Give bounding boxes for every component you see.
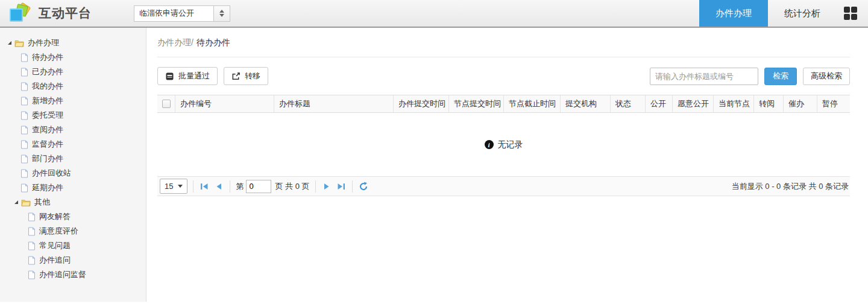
sidebar-item-label: 部门办件 (32, 153, 63, 164)
divider (157, 57, 850, 57)
sidebar-item-label: 满意度评价 (39, 226, 78, 237)
next-page-button[interactable] (321, 181, 332, 192)
site-select-value[interactable]: 临淄依申请公开 (134, 5, 213, 22)
column-header-7[interactable]: 公开 (646, 95, 673, 112)
sidebar-folder-label: 其他 (34, 197, 50, 208)
sidebar-item-label: 延期办件 (32, 182, 63, 193)
column-header-6[interactable]: 状态 (611, 95, 646, 112)
sidebar-item-1-2[interactable]: 常见问题 (0, 238, 146, 253)
document-icon (20, 111, 28, 120)
select-all-cell (157, 95, 175, 112)
column-header-10[interactable]: 转阅 (754, 95, 784, 112)
sidebar-item-1-3[interactable]: 办件追问 (0, 253, 146, 267)
document-icon (20, 140, 28, 149)
column-header-9[interactable]: 当前节点 (714, 95, 754, 112)
batch-approve-icon (165, 72, 174, 81)
page-label-before: 第 (236, 181, 244, 192)
column-header-12[interactable]: 暂停 (817, 95, 850, 112)
column-header-2[interactable]: 办件提交时间 (394, 95, 449, 112)
batch-approve-label: 批量通过 (178, 71, 210, 81)
apps-grid-icon[interactable] (844, 7, 857, 20)
top-header: 互动平台 临淄依申请公开 办件办理 统计分析 (0, 0, 868, 28)
document-icon (20, 126, 28, 135)
site-select-spinner-icon[interactable] (213, 5, 230, 22)
document-icon (20, 169, 28, 178)
document-icon (20, 97, 28, 106)
column-header-3[interactable]: 节点提交时间 (449, 95, 504, 112)
select-all-checkbox[interactable] (162, 100, 171, 108)
breadcrumb: 办件办理/待办办件 (157, 37, 850, 48)
toolbar: 批量通过 转移 检索 高级检索 (157, 67, 850, 85)
document-icon (28, 256, 36, 265)
sidebar-item-label: 我的办件 (32, 81, 63, 92)
site-select[interactable]: 临淄依申请公开 (134, 5, 230, 22)
main-content: 办件办理/待办办件 批量通过 转移 (146, 28, 868, 302)
document-icon (28, 227, 36, 236)
column-header-8[interactable]: 愿意公开 (673, 95, 714, 112)
sidebar-item-0-5[interactable]: 查阅办件 (0, 123, 146, 137)
page-label-after: 页 共 0 页 (275, 181, 309, 192)
sidebar-item-1-1[interactable]: 满意度评价 (0, 224, 146, 238)
tab-case-handling[interactable]: 办件办理 (699, 0, 768, 27)
sidebar-item-0-1[interactable]: 已办办件 (0, 65, 146, 79)
sidebar-folder-label: 办件办理 (28, 37, 59, 48)
sidebar-item-0-8[interactable]: 办件回收站 (0, 166, 146, 180)
sidebar-item-label: 查阅办件 (32, 124, 63, 135)
document-icon (20, 183, 28, 193)
sidebar-item-label: 网友解答 (39, 211, 71, 222)
document-icon (20, 68, 28, 77)
sidebar-item-label: 已办办件 (32, 66, 63, 77)
sidebar-item-label: 办件回收站 (32, 168, 71, 179)
sidebar-item-0-6[interactable]: 监督办件 (0, 137, 146, 152)
advanced-search-button[interactable]: 高级检索 (803, 68, 850, 85)
breadcrumb-parent[interactable]: 办件办理/ (157, 37, 193, 47)
sidebar-item-1-4[interactable]: 办件追问监督 (0, 267, 146, 282)
record-summary: 当前显示 0 - 0 条记录 共 0 条记录 (732, 181, 849, 192)
prev-page-button[interactable] (213, 181, 224, 192)
sidebar-item-1-0[interactable]: 网友解答 (0, 209, 146, 224)
first-page-button[interactable] (199, 181, 210, 192)
sidebar-item-label: 待办办件 (32, 52, 63, 63)
folder-icon (21, 199, 31, 206)
sidebar-item-0-0[interactable]: 待办办件 (0, 50, 146, 65)
transfer-label: 转移 (245, 71, 260, 81)
sidebar-item-0-3[interactable]: 新增办件 (0, 94, 146, 108)
sidebar-folder-1[interactable]: 其他 (0, 195, 146, 209)
folder-icon (14, 39, 24, 47)
last-page-button[interactable] (336, 181, 347, 192)
sidebar-item-0-4[interactable]: 委托受理 (0, 108, 146, 123)
sidebar-tree: 办件办理待办办件已办办件我的办件新增办件委托受理查阅办件监督办件部门办件办件回收… (0, 36, 146, 282)
sidebar-item-label: 办件追问监督 (39, 269, 86, 280)
search-button[interactable]: 检索 (764, 68, 797, 85)
sidebar-item-0-2[interactable]: 我的办件 (0, 79, 146, 94)
batch-approve-button[interactable]: 批量通过 (157, 67, 218, 85)
app-title: 互动平台 (39, 5, 92, 22)
transfer-button[interactable]: 转移 (224, 67, 268, 85)
tree-expander-icon[interactable] (14, 200, 18, 204)
tab-statistics[interactable]: 统计分析 (768, 0, 837, 27)
document-icon (20, 53, 28, 62)
tree-expander-icon[interactable] (8, 41, 11, 45)
sidebar-item-0-7[interactable]: 部门办件 (0, 152, 146, 166)
page-size-select[interactable]: 15 (160, 179, 187, 194)
document-icon (28, 241, 36, 250)
document-icon (20, 82, 28, 91)
column-header-11[interactable]: 催办 (784, 95, 817, 112)
search-input[interactable] (650, 68, 758, 85)
breadcrumb-current: 待办办件 (197, 37, 230, 47)
sidebar-item-label: 常见问题 (39, 240, 71, 251)
column-header-1[interactable]: 办件标题 (274, 95, 394, 112)
sidebar-folder-0[interactable]: 办件办理 (0, 36, 146, 50)
sidebar-item-label: 办件追问 (39, 255, 71, 266)
page-size-value: 15 (165, 182, 173, 191)
column-header-0[interactable]: 办件编号 (175, 95, 274, 112)
sidebar-item-0-9[interactable]: 延期办件 (0, 180, 146, 195)
refresh-icon[interactable] (358, 181, 369, 192)
column-header-5[interactable]: 提交机构 (561, 95, 611, 112)
page-number-input[interactable] (246, 180, 271, 193)
app-logo-icon (8, 4, 29, 23)
document-icon (20, 155, 28, 164)
table-header-row: 办件编号办件标题办件提交时间节点提交时间节点截止时间提交机构状态公开愿意公开当前… (157, 95, 850, 113)
column-header-4[interactable]: 节点截止时间 (504, 95, 561, 112)
pagination-bar: 15 第 页 共 0 页 (157, 176, 850, 196)
